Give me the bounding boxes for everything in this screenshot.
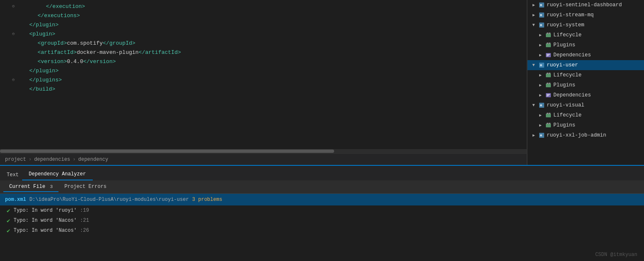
fold-icon <box>11 50 16 55</box>
svg-rect-23 <box>549 83 550 84</box>
tree-item-user[interactable]: ▶ M ruoyi-user <box>527 60 644 70</box>
tree-item-visual[interactable]: ▶ M ruoyi-visual <box>527 100 644 110</box>
problem-location: :19 <box>80 208 89 213</box>
lifecycle-icon <box>545 32 552 38</box>
problem-location: :21 <box>80 218 89 223</box>
code-line: <groupId>com.spotify</groupId> <box>0 38 527 48</box>
tree-item-sentinel-dashboard[interactable]: ▶ M ruoyi-sentinel-dashboard <box>527 0 644 10</box>
h-scrollbar-thumb[interactable] <box>0 150 334 153</box>
problem-text: Typo: In word 'ruoyi' <box>13 208 76 213</box>
fold-icon[interactable]: ⊖ <box>11 4 16 9</box>
tree-arrow-icon: ▶ <box>538 72 543 78</box>
tree-arrow-icon: ▶ <box>538 52 543 58</box>
plugins-icon <box>545 82 552 89</box>
maven-tree-panel: ▶ M ruoyi-sentinel-dashboard ▶ M ruoyi-s… <box>527 0 644 165</box>
file-row: pom.xml D:\ideaPro\RuoYi-Cloud-PlusA\ruo… <box>0 194 644 205</box>
svg-rect-7 <box>547 33 548 34</box>
svg-rect-20 <box>549 73 550 74</box>
breadcrumb: project › dependencies › dependency <box>0 153 527 165</box>
tree-item-xxl-job[interactable]: ▶ M ruoyi-xxl-job-admin <box>527 130 644 140</box>
check-icon: ✔ <box>7 227 10 234</box>
file-name: pom.xml <box>5 197 26 203</box>
tree-item-label: ruoyi-xxl-job-admin <box>547 132 606 138</box>
maven-module-icon: M <box>538 12 545 18</box>
code-line: </executions> <box>0 11 527 20</box>
maven-module-icon: M <box>538 22 545 28</box>
svg-rect-6 <box>546 33 551 37</box>
lifecycle-icon <box>545 112 552 119</box>
current-file-badge: 3 <box>50 184 53 189</box>
svg-text:M: M <box>540 63 542 67</box>
plugins-icon <box>545 122 552 129</box>
tree-arrow-icon: ▶ <box>531 102 537 108</box>
tree-item-label: ruoyi-system <box>547 22 584 28</box>
svg-rect-18 <box>546 73 551 77</box>
tree-item-label: Plugins <box>553 42 576 48</box>
svg-rect-31 <box>547 113 548 114</box>
svg-rect-19 <box>547 73 548 74</box>
breadcrumb-separator: › <box>28 157 31 162</box>
maven-module-icon: M <box>538 62 545 68</box>
problem-text: Typo: In word 'Nacos' <box>13 218 76 223</box>
maven-module-icon: M <box>538 132 545 139</box>
tree-item-system-dependencies[interactable]: ▶ Dependencies <box>527 50 644 60</box>
tree-item-visual-lifecycle[interactable]: ▶ Lifecycle <box>527 110 644 120</box>
sub-tab-project-errors[interactable]: Project Errors <box>58 182 112 192</box>
tree-arrow-icon: ▶ <box>531 2 537 8</box>
problems-count: 3 problems <box>192 197 222 203</box>
tree-arrow-icon: ▶ <box>531 62 537 68</box>
svg-rect-11 <box>549 43 550 44</box>
tree-item-label: ruoyi-user <box>547 62 578 68</box>
problem-row-1[interactable]: ✔ Typo: In word 'ruoyi' :19 <box>0 205 644 215</box>
horizontal-scrollbar[interactable] <box>0 149 527 153</box>
svg-text:M: M <box>540 13 542 17</box>
sub-tab-current-file[interactable]: Current File 3 <box>3 182 58 192</box>
tree-item-label: Lifecycle <box>553 72 582 78</box>
code-content: ⊖ </execution> </executions> < <box>0 0 527 149</box>
problem-row-3[interactable]: ✔ Typo: In word 'Nacos' :26 <box>0 226 644 236</box>
svg-rect-21 <box>546 84 551 87</box>
bottom-panel: Text Dependency Analyzer Current File 3 … <box>0 165 644 261</box>
tree-item-user-dependencies[interactable]: ▶ Dependencies <box>527 90 644 100</box>
tree-item-system-plugins[interactable]: ▶ Plugins <box>527 40 644 50</box>
sub-tab-label: Project Errors <box>64 184 106 190</box>
fold-icon <box>11 68 16 73</box>
tree-arrow-icon: ▶ <box>531 12 537 18</box>
breadcrumb-item[interactable]: dependency <box>78 157 108 162</box>
problem-text: Typo: In word 'Nacos' <box>13 228 76 233</box>
tree-item-stream-mq[interactable]: ▶ M ruoyi-stream-mq <box>527 10 644 20</box>
breadcrumb-item[interactable]: dependencies <box>34 157 70 162</box>
tree-item-system-lifecycle[interactable]: ▶ Lifecycle <box>527 30 644 40</box>
maven-module-icon: M <box>538 2 545 8</box>
svg-rect-30 <box>546 114 551 117</box>
tree-arrow-icon: ▶ <box>531 22 537 28</box>
sub-tab-label: Current File <box>9 184 45 190</box>
tree-item-visual-plugins[interactable]: ▶ Plugins <box>527 120 644 130</box>
tree-item-user-plugins[interactable]: ▶ Plugins <box>527 80 644 90</box>
fold-icon[interactable]: ⊖ <box>11 31 16 36</box>
tree-arrow-icon: ▶ <box>538 92 543 98</box>
fold-icon <box>11 86 16 91</box>
tree-item-label: ruoyi-stream-mq <box>547 12 594 18</box>
dependencies-icon <box>545 52 552 58</box>
watermark: CSDN @itmkyuan <box>595 252 637 258</box>
svg-rect-35 <box>549 123 550 124</box>
lifecycle-icon <box>545 72 552 79</box>
fold-icon[interactable]: ⊖ <box>11 77 16 82</box>
tree-item-system[interactable]: ▶ M ruoyi-system <box>527 20 644 30</box>
tab-text[interactable]: Text <box>3 170 22 180</box>
problem-row-2[interactable]: ✔ Typo: In word 'Nacos' :21 <box>0 215 644 226</box>
svg-text:M: M <box>540 104 542 107</box>
tree-item-label: Plugins <box>553 82 576 88</box>
breadcrumb-item[interactable]: project <box>5 157 26 162</box>
code-line: <artifactId>docker-maven-plugin</artifac… <box>0 48 527 57</box>
tree-arrow-icon: ▶ <box>538 112 543 118</box>
tab-dependency-analyzer[interactable]: Dependency Analyzer <box>22 169 93 180</box>
tree-item-label: ruoyi-visual <box>547 102 584 108</box>
fold-icon <box>11 13 16 18</box>
code-line: ⊖ </execution> <box>0 2 527 11</box>
svg-text:M: M <box>540 134 542 137</box>
tree-item-user-lifecycle[interactable]: ▶ Lifecycle <box>527 70 644 80</box>
sub-tabs-bar: Current File 3 Project Errors <box>0 180 644 194</box>
svg-rect-33 <box>546 124 551 127</box>
